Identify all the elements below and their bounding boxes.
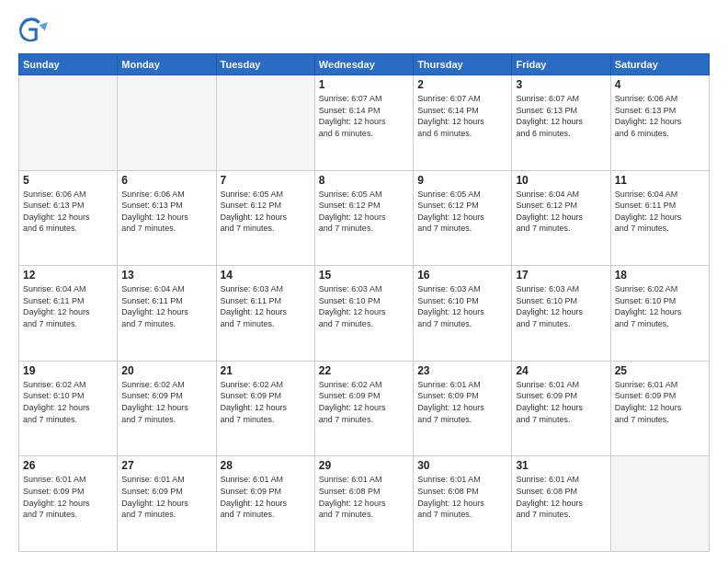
day-info: Sunrise: 6:01 AM Sunset: 6:09 PM Dayligh… xyxy=(23,474,113,520)
column-header-wednesday: Wednesday xyxy=(314,54,413,75)
day-info: Sunrise: 6:01 AM Sunset: 6:08 PM Dayligh… xyxy=(516,474,606,520)
day-number: 10 xyxy=(516,174,606,187)
calendar-cell: 2Sunrise: 6:07 AM Sunset: 6:14 PM Daylig… xyxy=(414,75,512,171)
day-info: Sunrise: 6:01 AM Sunset: 6:09 PM Dayligh… xyxy=(417,379,507,425)
day-info: Sunrise: 6:02 AM Sunset: 6:09 PM Dayligh… xyxy=(121,379,211,425)
day-info: Sunrise: 6:06 AM Sunset: 6:13 PM Dayligh… xyxy=(615,93,705,139)
day-info: Sunrise: 6:01 AM Sunset: 6:09 PM Dayligh… xyxy=(615,379,705,425)
day-info: Sunrise: 6:03 AM Sunset: 6:10 PM Dayligh… xyxy=(417,283,507,329)
column-header-saturday: Saturday xyxy=(610,54,709,75)
day-info: Sunrise: 6:06 AM Sunset: 6:13 PM Dayligh… xyxy=(121,189,211,235)
calendar-cell xyxy=(216,75,314,171)
day-info: Sunrise: 6:07 AM Sunset: 6:14 PM Dayligh… xyxy=(319,93,409,139)
day-number: 6 xyxy=(121,174,211,187)
column-header-friday: Friday xyxy=(512,54,610,75)
day-info: Sunrise: 6:04 AM Sunset: 6:11 PM Dayligh… xyxy=(23,283,113,329)
calendar-cell: 23Sunrise: 6:01 AM Sunset: 6:09 PM Dayli… xyxy=(414,361,512,456)
day-number: 8 xyxy=(319,174,409,187)
calendar-cell: 12Sunrise: 6:04 AM Sunset: 6:11 PM Dayli… xyxy=(19,266,118,362)
calendar-cell: 7Sunrise: 6:05 AM Sunset: 6:12 PM Daylig… xyxy=(216,170,314,266)
calendar-cell: 5Sunrise: 6:06 AM Sunset: 6:13 PM Daylig… xyxy=(19,170,118,266)
calendar-cell: 26Sunrise: 6:01 AM Sunset: 6:09 PM Dayli… xyxy=(19,456,118,552)
calendar-cell: 15Sunrise: 6:03 AM Sunset: 6:10 PM Dayli… xyxy=(314,266,413,362)
calendar-header: SundayMondayTuesdayWednesdayThursdayFrid… xyxy=(19,54,710,75)
day-info: Sunrise: 6:01 AM Sunset: 6:09 PM Dayligh… xyxy=(221,474,311,520)
day-number: 18 xyxy=(615,269,705,282)
column-header-sunday: Sunday xyxy=(19,54,118,75)
calendar-cell: 28Sunrise: 6:01 AM Sunset: 6:09 PM Dayli… xyxy=(216,456,314,552)
calendar-cell: 3Sunrise: 6:07 AM Sunset: 6:13 PM Daylig… xyxy=(512,75,610,171)
calendar-cell: 4Sunrise: 6:06 AM Sunset: 6:13 PM Daylig… xyxy=(610,75,709,171)
logo xyxy=(18,15,53,44)
day-number: 31 xyxy=(516,459,606,472)
day-number: 12 xyxy=(23,269,113,282)
calendar-cell: 6Sunrise: 6:06 AM Sunset: 6:13 PM Daylig… xyxy=(118,170,216,266)
column-header-monday: Monday xyxy=(118,54,216,75)
day-info: Sunrise: 6:01 AM Sunset: 6:08 PM Dayligh… xyxy=(319,474,409,520)
calendar-cell: 11Sunrise: 6:04 AM Sunset: 6:11 PM Dayli… xyxy=(610,170,709,266)
day-info: Sunrise: 6:03 AM Sunset: 6:10 PM Dayligh… xyxy=(319,283,409,329)
day-number: 19 xyxy=(23,364,113,377)
day-info: Sunrise: 6:04 AM Sunset: 6:11 PM Dayligh… xyxy=(615,189,705,235)
day-info: Sunrise: 6:01 AM Sunset: 6:08 PM Dayligh… xyxy=(417,474,507,520)
day-number: 7 xyxy=(221,174,311,187)
day-number: 25 xyxy=(615,364,705,377)
calendar-cell: 8Sunrise: 6:05 AM Sunset: 6:12 PM Daylig… xyxy=(314,170,413,266)
day-info: Sunrise: 6:04 AM Sunset: 6:12 PM Dayligh… xyxy=(516,189,606,235)
header-row: SundayMondayTuesdayWednesdayThursdayFrid… xyxy=(19,54,710,75)
day-number: 30 xyxy=(417,459,507,472)
calendar-cell: 20Sunrise: 6:02 AM Sunset: 6:09 PM Dayli… xyxy=(118,361,216,456)
day-number: 20 xyxy=(121,364,211,377)
day-number: 9 xyxy=(417,174,507,187)
logo-icon xyxy=(18,15,48,44)
day-info: Sunrise: 6:02 AM Sunset: 6:10 PM Dayligh… xyxy=(615,283,705,329)
calendar-cell: 10Sunrise: 6:04 AM Sunset: 6:12 PM Dayli… xyxy=(512,170,610,266)
day-number: 26 xyxy=(23,459,113,472)
calendar-cell: 29Sunrise: 6:01 AM Sunset: 6:08 PM Dayli… xyxy=(314,456,413,552)
page: SundayMondayTuesdayWednesdayThursdayFrid… xyxy=(0,0,728,563)
day-number: 23 xyxy=(417,364,507,377)
calendar-cell xyxy=(19,75,118,171)
calendar-cell: 22Sunrise: 6:02 AM Sunset: 6:09 PM Dayli… xyxy=(314,361,413,456)
calendar-cell: 13Sunrise: 6:04 AM Sunset: 6:11 PM Dayli… xyxy=(118,266,216,362)
column-header-thursday: Thursday xyxy=(414,54,512,75)
calendar-cell xyxy=(118,75,216,171)
day-info: Sunrise: 6:06 AM Sunset: 6:13 PM Dayligh… xyxy=(23,189,113,235)
day-info: Sunrise: 6:03 AM Sunset: 6:10 PM Dayligh… xyxy=(516,283,606,329)
calendar-body: 1Sunrise: 6:07 AM Sunset: 6:14 PM Daylig… xyxy=(19,75,710,552)
day-number: 24 xyxy=(516,364,606,377)
day-number: 11 xyxy=(615,174,705,187)
day-number: 27 xyxy=(121,459,211,472)
day-number: 13 xyxy=(121,269,211,282)
day-number: 16 xyxy=(417,269,507,282)
day-info: Sunrise: 6:01 AM Sunset: 6:09 PM Dayligh… xyxy=(121,474,211,520)
calendar-cell: 14Sunrise: 6:03 AM Sunset: 6:11 PM Dayli… xyxy=(216,266,314,362)
week-row-4: 19Sunrise: 6:02 AM Sunset: 6:10 PM Dayli… xyxy=(19,361,710,456)
day-number: 3 xyxy=(516,78,606,91)
calendar-cell: 31Sunrise: 6:01 AM Sunset: 6:08 PM Dayli… xyxy=(512,456,610,552)
calendar-cell: 19Sunrise: 6:02 AM Sunset: 6:10 PM Dayli… xyxy=(19,361,118,456)
day-info: Sunrise: 6:05 AM Sunset: 6:12 PM Dayligh… xyxy=(221,189,311,235)
calendar-table: SundayMondayTuesdayWednesdayThursdayFrid… xyxy=(18,53,710,552)
column-header-tuesday: Tuesday xyxy=(216,54,314,75)
day-info: Sunrise: 6:01 AM Sunset: 6:09 PM Dayligh… xyxy=(516,379,606,425)
day-number: 28 xyxy=(221,459,311,472)
day-number: 14 xyxy=(221,269,311,282)
calendar-cell: 24Sunrise: 6:01 AM Sunset: 6:09 PM Dayli… xyxy=(512,361,610,456)
day-info: Sunrise: 6:03 AM Sunset: 6:11 PM Dayligh… xyxy=(221,283,311,329)
day-number: 29 xyxy=(319,459,409,472)
day-number: 22 xyxy=(319,364,409,377)
day-info: Sunrise: 6:07 AM Sunset: 6:13 PM Dayligh… xyxy=(516,93,606,139)
day-info: Sunrise: 6:07 AM Sunset: 6:14 PM Dayligh… xyxy=(417,93,507,139)
day-number: 21 xyxy=(221,364,311,377)
calendar-cell: 21Sunrise: 6:02 AM Sunset: 6:09 PM Dayli… xyxy=(216,361,314,456)
day-info: Sunrise: 6:02 AM Sunset: 6:09 PM Dayligh… xyxy=(319,379,409,425)
calendar-cell: 16Sunrise: 6:03 AM Sunset: 6:10 PM Dayli… xyxy=(414,266,512,362)
day-info: Sunrise: 6:05 AM Sunset: 6:12 PM Dayligh… xyxy=(417,189,507,235)
day-number: 5 xyxy=(23,174,113,187)
week-row-3: 12Sunrise: 6:04 AM Sunset: 6:11 PM Dayli… xyxy=(19,266,710,362)
calendar-cell: 17Sunrise: 6:03 AM Sunset: 6:10 PM Dayli… xyxy=(512,266,610,362)
day-info: Sunrise: 6:02 AM Sunset: 6:09 PM Dayligh… xyxy=(221,379,311,425)
calendar-cell: 1Sunrise: 6:07 AM Sunset: 6:14 PM Daylig… xyxy=(314,75,413,171)
calendar-cell: 30Sunrise: 6:01 AM Sunset: 6:08 PM Dayli… xyxy=(414,456,512,552)
